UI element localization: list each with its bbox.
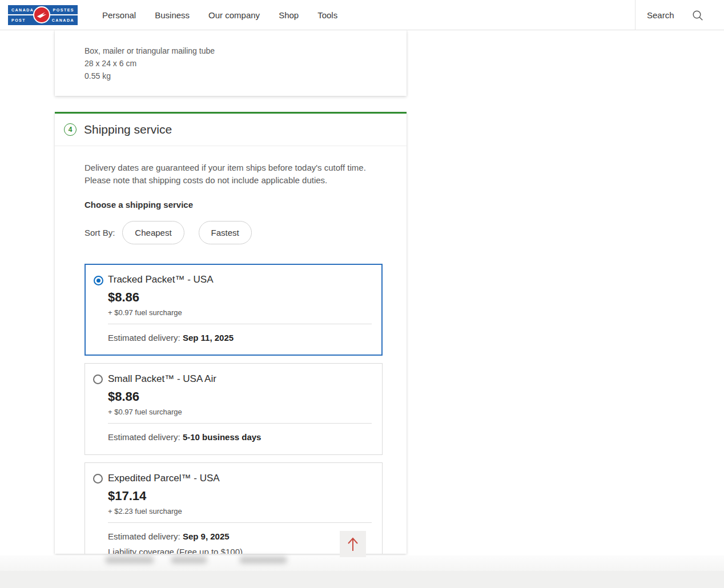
fuel-surcharge: + $0.97 fuel surcharge [108, 408, 372, 416]
sort-controls: Sort By: Cheapest Fastest [85, 221, 383, 244]
logo-text-canada: CANADA [11, 8, 34, 12]
sort-cheapest-button[interactable]: Cheapest [122, 221, 184, 244]
back-to-top-button[interactable] [340, 531, 366, 557]
liability-coverage-note: Liability coverage (Free up to $100). [108, 547, 372, 554]
nav-item-business[interactable]: Business [155, 10, 190, 20]
shipping-option-tracked-packet[interactable]: Tracked Packet™ - USA $8.86 + $0.97 fuel… [85, 264, 383, 356]
package-summary-card: Box, mailer or triangular mailing tube 2… [55, 30, 407, 96]
canada-post-logo[interactable]: CANADA POSTES POST CANADA [8, 5, 78, 25]
step-number-badge: 4 [64, 123, 77, 136]
page-bottom-bar [0, 571, 724, 588]
radio-small-packet[interactable] [93, 374, 103, 384]
radio-expedited-parcel[interactable] [93, 474, 103, 484]
estimated-delivery-label: Estimated delivery: [108, 531, 180, 541]
fuel-surcharge: + $2.23 fuel surcharge [108, 507, 372, 515]
choose-service-heading: Choose a shipping service [85, 200, 383, 210]
top-navigation-bar: CANADA POSTES POST CANADA Personal Busin… [0, 0, 724, 30]
package-weight: 0.55 kg [85, 70, 383, 82]
main-content-column: Box, mailer or triangular mailing tube 2… [55, 30, 407, 554]
card-divider [108, 423, 372, 424]
up-arrow-icon [344, 534, 361, 554]
estimated-delivery: Estimated delivery: 5-10 business days [108, 432, 372, 442]
logo-text-post: POST [11, 18, 26, 22]
section-body: Delivery dates are guaranteed if your it… [55, 162, 407, 554]
shipping-option-expedited-parcel[interactable]: Expedited Parcel™ - USA $17.14 + $2.23 f… [85, 462, 383, 554]
estimated-delivery-value: Sep 9, 2025 [183, 531, 230, 541]
package-type: Box, mailer or triangular mailing tube [85, 45, 383, 57]
service-name[interactable]: Small Packet™ - USA Air [108, 373, 372, 384]
shipping-option-small-packet[interactable]: Small Packet™ - USA Air $8.86 + $0.97 fu… [85, 363, 383, 455]
section-title: Shipping service [84, 123, 172, 136]
package-dimensions: 28 x 24 x 6 cm [85, 57, 383, 70]
delivery-guarantee-note: Delivery dates are guaranteed if your it… [85, 162, 388, 187]
clipped-content-fragment [240, 557, 287, 563]
nav-item-tools[interactable]: Tools [317, 10, 337, 20]
card-divider [108, 324, 372, 324]
estimated-delivery-value: 5-10 business days [183, 432, 262, 442]
search-icon[interactable] [691, 9, 704, 22]
estimated-delivery-label: Estimated delivery: [108, 432, 180, 442]
sort-fastest-button[interactable]: Fastest [199, 221, 252, 244]
radio-tracked-packet[interactable] [94, 276, 103, 285]
nav-item-our-company[interactable]: Our company [208, 10, 260, 20]
logo-text-postes: POSTES [53, 8, 74, 12]
shipping-service-section: 4 Shipping service Delivery dates are gu… [55, 112, 407, 554]
service-name[interactable]: Tracked Packet™ - USA [108, 274, 372, 285]
nav-item-shop[interactable]: Shop [279, 10, 299, 20]
clipped-content-fragment [106, 557, 154, 563]
service-price: $8.86 [108, 389, 372, 404]
nav-item-personal[interactable]: Personal [102, 10, 136, 20]
section-header: 4 Shipping service [55, 114, 407, 146]
card-divider [108, 522, 372, 523]
logo-text-canada2: CANADA [52, 18, 74, 22]
clipped-content-fragment [171, 557, 207, 563]
estimated-delivery-value: Sep 11, 2025 [183, 333, 234, 343]
estimated-delivery-label: Estimated delivery: [108, 333, 180, 343]
wing-emblem-icon [33, 6, 50, 23]
search-label[interactable]: Search [647, 10, 674, 20]
shipping-options-list: Tracked Packet™ - USA $8.86 + $0.97 fuel… [85, 264, 383, 554]
estimated-delivery: Estimated delivery: Sep 9, 2025 [108, 531, 372, 541]
service-name[interactable]: Expedited Parcel™ - USA [108, 473, 372, 484]
header-divider [635, 0, 635, 30]
service-price: $17.14 [108, 489, 372, 504]
estimated-delivery: Estimated delivery: Sep 11, 2025 [108, 333, 372, 343]
main-nav: Personal Business Our company Shop Tools [102, 0, 337, 30]
sort-by-label: Sort By: [85, 228, 115, 237]
fuel-surcharge: + $0.97 fuel surcharge [108, 308, 372, 317]
search-area: Search [647, 0, 704, 30]
service-price: $8.86 [108, 290, 372, 305]
